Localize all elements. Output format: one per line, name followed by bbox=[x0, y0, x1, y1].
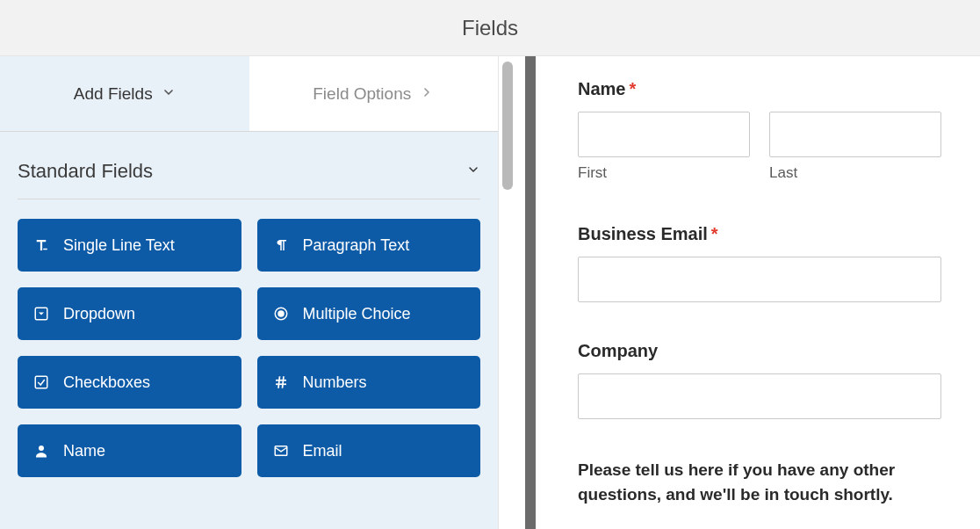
email-field-block: Business Email* bbox=[578, 224, 941, 302]
main-layout: Add Fields Field Options Standard Fields bbox=[0, 56, 980, 529]
svg-point-9 bbox=[39, 446, 44, 451]
company-label: Company bbox=[578, 341, 941, 361]
required-marker: * bbox=[629, 79, 636, 98]
svg-point-3 bbox=[278, 311, 284, 316]
tab-label: Add Fields bbox=[74, 84, 153, 104]
email-label: Business Email* bbox=[578, 224, 941, 244]
field-label: Multiple Choice bbox=[303, 305, 411, 323]
radio-icon bbox=[273, 306, 291, 322]
company-input[interactable] bbox=[578, 373, 941, 419]
chevron-down-icon bbox=[466, 163, 480, 180]
first-name-col: First bbox=[578, 112, 750, 182]
field-multiple-choice[interactable]: Multiple Choice bbox=[257, 287, 481, 340]
last-name-sublabel: Last bbox=[769, 164, 941, 182]
panel-tabs: Add Fields Field Options bbox=[0, 56, 498, 132]
paragraph-icon bbox=[273, 237, 291, 253]
chevron-right-icon bbox=[420, 84, 434, 104]
field-label: Name bbox=[63, 442, 105, 460]
tab-add-fields[interactable]: Add Fields bbox=[0, 56, 249, 131]
scrollbar-thumb[interactable] bbox=[502, 62, 513, 190]
field-numbers[interactable]: Numbers bbox=[257, 356, 481, 409]
label-text: Name bbox=[578, 79, 625, 98]
field-label: Single Line Text bbox=[63, 236, 175, 255]
last-name-col: Last bbox=[769, 112, 941, 182]
first-name-sublabel: First bbox=[578, 164, 750, 182]
questions-prompt: Please tell us here if you have any othe… bbox=[578, 458, 941, 506]
fields-panel: Add Fields Field Options Standard Fields bbox=[0, 56, 499, 529]
svg-rect-4 bbox=[35, 376, 47, 388]
tab-field-options[interactable]: Field Options bbox=[249, 56, 499, 131]
email-input[interactable] bbox=[578, 257, 941, 302]
first-name-input[interactable] bbox=[578, 112, 750, 157]
field-label: Paragraph Text bbox=[303, 236, 410, 255]
field-label: Checkboxes bbox=[63, 373, 150, 392]
name-inputs-row: First Last bbox=[578, 112, 941, 182]
tab-label: Field Options bbox=[313, 84, 411, 104]
field-buttons-grid: Single Line Text Paragraph Text Dropdown bbox=[18, 219, 480, 477]
hash-icon bbox=[273, 374, 291, 390]
section-title: Standard Fields bbox=[18, 160, 153, 183]
field-checkboxes[interactable]: Checkboxes bbox=[18, 356, 241, 409]
field-dropdown[interactable]: Dropdown bbox=[18, 287, 241, 340]
envelope-icon bbox=[273, 443, 291, 459]
dropdown-icon bbox=[33, 306, 51, 322]
last-name-input[interactable] bbox=[769, 112, 941, 157]
name-field-block: Name* First Last bbox=[578, 79, 941, 182]
required-marker: * bbox=[711, 224, 718, 243]
svg-line-8 bbox=[282, 376, 284, 388]
chevron-down-icon bbox=[162, 84, 176, 104]
page-header: Fields bbox=[0, 0, 980, 56]
svg-rect-0 bbox=[43, 249, 47, 250]
panel-scroll-divider bbox=[499, 56, 536, 529]
standard-fields-section: Standard Fields Single Line Text Para bbox=[0, 132, 498, 477]
field-label: Email bbox=[303, 442, 342, 460]
label-text: Business Email bbox=[578, 224, 708, 243]
company-field-block: Company bbox=[578, 341, 941, 419]
svg-line-7 bbox=[278, 376, 280, 388]
checkbox-icon bbox=[33, 374, 51, 390]
name-label: Name* bbox=[578, 79, 941, 99]
section-header[interactable]: Standard Fields bbox=[18, 160, 480, 199]
field-label: Numbers bbox=[303, 373, 367, 392]
user-icon bbox=[33, 443, 51, 459]
field-single-line-text[interactable]: Single Line Text bbox=[18, 219, 241, 272]
field-label: Dropdown bbox=[63, 305, 135, 323]
field-paragraph-text[interactable]: Paragraph Text bbox=[257, 219, 481, 272]
form-preview: Name* First Last Business Email* Company bbox=[536, 56, 980, 529]
field-email[interactable]: Email bbox=[257, 424, 481, 477]
page-title: Fields bbox=[462, 16, 518, 40]
text-cursor-icon bbox=[33, 237, 51, 253]
field-name[interactable]: Name bbox=[18, 424, 241, 477]
